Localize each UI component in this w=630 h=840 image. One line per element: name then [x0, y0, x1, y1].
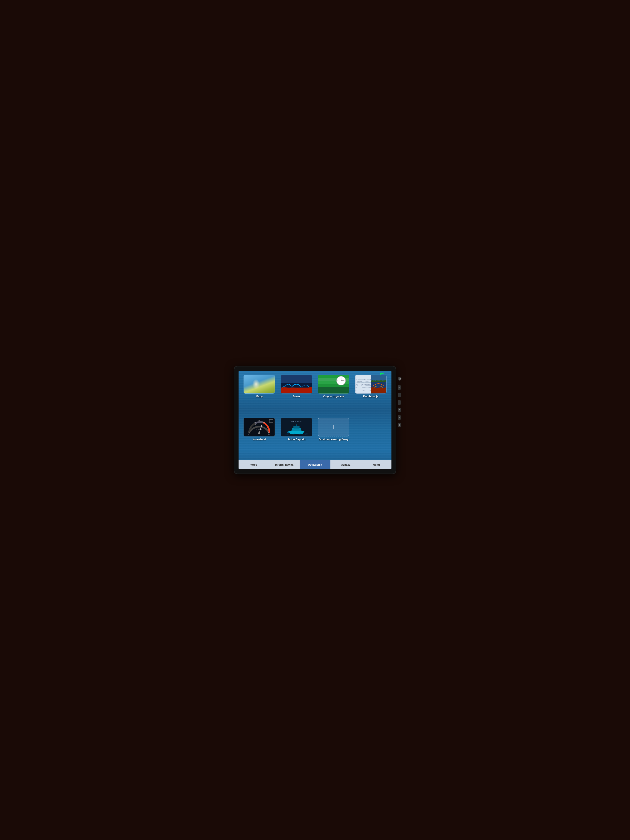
svg-text:30: 30 — [258, 420, 260, 422]
status-bar: ⊕+ — [380, 372, 389, 375]
svg-rect-11 — [281, 375, 312, 383]
czesto-label: Często używane — [323, 395, 344, 398]
dostosuj-label: Dostosuj ekran główny — [319, 438, 348, 441]
svg-rect-52 — [296, 425, 297, 426]
power-button[interactable]: ⏻ — [398, 377, 401, 381]
svg-text:GARMIN: GARMIN — [291, 420, 302, 423]
svg-rect-30 — [371, 375, 386, 381]
kombinacje-label: Kombinacje — [363, 395, 379, 398]
plus-button[interactable]: + — [398, 385, 401, 390]
svg-point-3 — [251, 381, 259, 387]
kombinacje-svg — [355, 375, 386, 393]
signal-bars — [385, 372, 389, 375]
signal-bar-1 — [385, 374, 385, 375]
svg-point-1 — [247, 377, 263, 391]
minus-icon: − — [398, 394, 400, 396]
svg-point-7 — [249, 379, 261, 389]
button-1[interactable]: 1 — [398, 400, 401, 405]
add-icon: + — [332, 423, 336, 431]
toolbar: Wróć Inform. nawig. Ustawienia Oznacz Me… — [238, 460, 392, 469]
toolbar-inform[interactable]: Inform. nawig. — [269, 460, 300, 469]
signal-bar-2 — [385, 374, 386, 375]
wskazniki-icon: 0 20 30 40 50 RPM X1.0 — [243, 418, 275, 436]
activecaptain-icon: GARMIN — [281, 418, 312, 436]
signal-bar-5 — [389, 373, 389, 375]
button-4[interactable]: 4 — [398, 423, 401, 427]
app-sonar[interactable]: Sonar — [280, 375, 313, 415]
svg-point-4 — [253, 382, 257, 386]
button-2[interactable]: 2 — [398, 408, 401, 412]
wskazniki-label: Wskaźniki — [253, 438, 266, 441]
svg-rect-28 — [355, 375, 371, 393]
svg-point-41 — [258, 432, 260, 434]
sonar-label: Sonar — [292, 395, 300, 398]
czesto-svg — [318, 375, 349, 393]
wskazniki-svg: 0 20 30 40 50 RPM X1.0 — [244, 418, 275, 436]
power-icon: ⏻ — [398, 377, 401, 380]
app-wskazniki[interactable]: 0 20 30 40 50 RPM X1.0 Wskaźn — [243, 418, 276, 458]
svg-rect-18 — [318, 384, 349, 387]
svg-text:50: 50 — [268, 434, 270, 436]
app-czesto[interactable]: Często używane — [317, 375, 350, 415]
app-kombinacje[interactable]: Kombinacje — [354, 375, 387, 415]
screen: ⊕+ — [238, 371, 392, 469]
toolbar-menu[interactable]: Menu — [361, 460, 392, 469]
device: ⏻ + − 1 2 3 4 ⊕ — [234, 366, 396, 474]
signal-bar-4 — [388, 373, 388, 375]
dostosuj-icon: + — [318, 418, 349, 436]
svg-rect-51 — [293, 426, 299, 428]
toolbar-ustawienia[interactable]: Ustawienia — [300, 460, 330, 469]
svg-point-8 — [251, 381, 259, 387]
activecaptain-svg: GARMIN — [281, 418, 312, 436]
mapy-label: Mapy — [256, 395, 263, 398]
svg-text:40: 40 — [263, 421, 265, 423]
svg-rect-19 — [318, 387, 349, 393]
signal-bar-3 — [387, 373, 387, 375]
svg-rect-0 — [244, 375, 275, 393]
device-body: ⏻ + − 1 2 3 4 ⊕ — [234, 366, 396, 474]
svg-point-2 — [249, 379, 261, 389]
button-3[interactable]: 3 — [398, 415, 401, 420]
svg-rect-9 — [263, 375, 275, 393]
sonar-icon — [281, 375, 312, 393]
czesto-icon — [318, 375, 349, 393]
gps-icon: ⊕+ — [380, 372, 384, 375]
app-dostosuj[interactable]: + Dostosuj ekran główny — [317, 418, 350, 458]
svg-text:20: 20 — [254, 421, 256, 423]
activecaptain-label: ActiveCaptain — [287, 438, 305, 441]
mapy-svg — [244, 375, 275, 393]
apps-grid: Mapy — [243, 375, 387, 458]
minus-button[interactable]: − — [398, 393, 401, 397]
mapy-icon — [243, 375, 275, 393]
svg-point-5 — [254, 383, 256, 385]
plus-icon: + — [398, 386, 400, 389]
svg-text:0: 0 — [248, 434, 249, 436]
sonar-svg — [281, 375, 312, 393]
toolbar-wróć[interactable]: Wróć — [238, 460, 269, 469]
kombinacje-icon — [355, 375, 387, 393]
side-buttons: ⏻ + − 1 2 3 4 — [398, 377, 401, 427]
svg-point-6 — [247, 377, 263, 391]
svg-text:RPM X1.0: RPM X1.0 — [256, 428, 262, 430]
toolbar-oznacz[interactable]: Oznacz — [330, 460, 361, 469]
app-mapy[interactable]: Mapy — [243, 375, 276, 415]
main-content: Mapy — [238, 371, 392, 460]
app-activecaptain[interactable]: GARMIN — [280, 418, 313, 458]
